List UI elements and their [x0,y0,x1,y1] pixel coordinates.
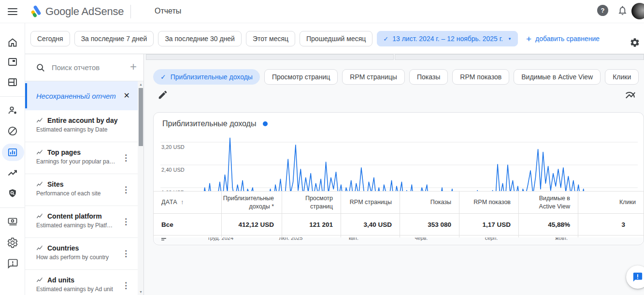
report-list: Entire account by day Estimated earnings… [25,110,138,295]
cell-clicks: 3 [578,214,644,235]
mini-chart-icon [36,149,43,156]
unsaved-report-item[interactable]: Несохраненный отчет ✕ [25,81,138,110]
column-header-impressions[interactable]: Показы [400,192,459,213]
collapsed-panel-strip-left[interactable] [146,54,394,60]
cell-page-views: 121 201 [282,214,341,235]
help-icon[interactable]: ? [597,5,608,16]
chip-today[interactable]: Сегодня [30,31,70,46]
check-icon: ✓ [160,73,166,81]
hamburger-menu-icon[interactable] [7,6,18,17]
reports-icon[interactable] [7,147,18,158]
metric-chip-page-views[interactable]: Просмотр страниц [264,69,338,85]
collapsed-panel-strip-right[interactable] [395,54,644,60]
kebab-menu-icon[interactable]: ⋮ [122,249,130,259]
brand-safety-icon[interactable] [7,104,18,116]
metric-chip-page-rpm[interactable]: RPM страницы [342,69,405,85]
column-header-earnings[interactable]: Приблизительные доходы * [222,192,282,213]
sort-ascending-icon: ↑ [181,198,184,206]
settings-gear-icon[interactable] [7,237,18,249]
metric-chip-active-view[interactable]: Видимые в Active View [514,69,601,85]
chip-last-7-days[interactable]: За последние 7 дней [74,31,154,46]
report-item-entire-account[interactable]: Entire account by day Estimated earnings… [25,110,138,142]
feedback-bubble-icon [632,272,643,282]
chevron-down-icon: ▼ [508,37,512,41]
chip-previous-month[interactable]: Прошедший месяц [300,31,372,46]
adsense-reports-page: Google AdSense Отчеты ? Сегодня За после… [0,0,644,295]
chart-type-icon[interactable] [625,89,636,101]
column-header-page-views[interactable]: Просмотр страниц [282,192,341,213]
metric-chips-row: ✓ Приблизительные доходы Просмотр страни… [153,69,639,85]
cell-active-view: 45,88% [519,214,578,235]
kebab-menu-icon[interactable]: ⋮ [122,153,130,163]
sites-icon[interactable] [7,76,18,88]
feedback-icon[interactable] [7,258,18,269]
kebab-menu-icon[interactable]: ⋮ [122,217,130,227]
reports-panel: + Несохраненный отчет ✕ Entire account b… [25,54,144,295]
date-range-label: 13 лист. 2024 г. – 12 ноябрь. 2025 г. [392,35,503,43]
column-header-impression-rpm[interactable]: RPM показов [459,192,519,213]
kebab-menu-icon[interactable]: ⋮ [122,280,130,291]
cell-page-rpm: 3,40 USD [341,214,400,235]
column-header-active-view[interactable]: Видимые в Active View [519,192,578,213]
column-header-page-rpm[interactable]: RPM страницы [341,192,400,213]
notifications-bell-icon[interactable] [617,5,628,16]
cell-impressions: 353 080 [400,214,459,235]
report-settings-gear-icon[interactable] [630,37,640,48]
unsaved-report-label: Несохраненный отчет [36,92,116,100]
page-title: Отчеты [155,7,181,15]
report-item-content-platform[interactable]: Content platform Estimated earnings by P… [25,206,138,238]
feedback-fab[interactable] [626,266,644,289]
blocking-controls-icon[interactable] [7,125,18,137]
rail-divider [0,207,25,208]
row-label: Все [154,214,222,235]
search-input[interactable] [51,63,113,72]
left-nav-rail [0,23,25,295]
report-item-top-pages[interactable]: Top pages Earnings for your popular pa… … [25,142,138,174]
scroll-up-icon[interactable]: ▲ [138,83,144,86]
report-item-ad-units[interactable]: Ad units Estimated earnings by Ad unit ⋮ [25,270,138,295]
rail-divider [0,96,25,97]
scroll-down-icon[interactable]: ▼ [138,290,144,294]
close-icon[interactable]: ✕ [124,91,130,100]
table-row-total: Все 412,12 USD 121 201 3,40 USD 353 080 … [154,213,644,235]
report-item-countries[interactable]: Countries How ads perform by country ⋮ [25,238,138,270]
table-row-partial [154,235,644,237]
home-icon[interactable] [7,37,18,48]
optimization-icon[interactable] [7,167,18,179]
policy-center-icon[interactable] [7,188,18,199]
kebab-menu-icon[interactable]: ⋮ [122,185,130,195]
mini-chart-icon [36,213,43,220]
adsense-logo-icon[interactable] [28,4,43,19]
mini-chart-icon [36,181,43,188]
mini-chart-icon [36,245,43,252]
metric-chip-impression-rpm[interactable]: RPM показов [452,69,509,85]
report-search-row: + [25,54,144,81]
metric-chip-estimated-earnings[interactable]: ✓ Приблизительные доходы [153,69,260,85]
search-icon [36,63,45,73]
metric-chip-impressions[interactable]: Показы [409,69,448,85]
new-report-plus-icon[interactable]: + [130,61,137,73]
chip-last-30-days[interactable]: За последние 30 дней [158,31,242,46]
report-item-sites[interactable]: Sites Performance of each site ⋮ [25,174,138,206]
metric-chip-clicks[interactable]: Клики [605,69,639,85]
check-icon: ✓ [383,35,388,43]
panel-scrollbar[interactable]: ▲ ▼ [138,81,144,295]
topbar: Google AdSense Отчеты ? [0,0,644,23]
topbar-divider [130,5,131,18]
chip-date-range-selected[interactable]: ✓ 13 лист. 2024 г. – 12 ноябрь. 2025 г. … [377,31,518,46]
date-filter-chips: Сегодня За последние 7 дней За последние… [30,31,600,46]
add-comparison-button[interactable]: + добавить сравнение [526,34,600,44]
scrollbar-thumb[interactable] [139,88,143,146]
table-header-row: ДАТА ↑ Приблизительные доходы * Просмотр… [154,192,644,213]
column-header-clicks[interactable]: Клики [578,192,644,213]
chip-this-month[interactable]: Этот месяц [246,31,295,46]
edit-pencil-icon[interactable] [157,89,168,100]
column-header-date[interactable]: ДАТА ↑ [154,192,222,213]
payments-icon[interactable] [7,216,18,227]
ad-units-icon[interactable] [7,56,18,68]
avatar[interactable] [631,3,644,19]
report-table: ДАТА ↑ Приблизительные доходы * Просмотр… [153,191,644,237]
plus-icon: + [526,34,531,44]
mini-chart-icon [36,117,43,124]
date-filter-bar: Сегодня За последние 7 дней За последние… [0,23,644,54]
